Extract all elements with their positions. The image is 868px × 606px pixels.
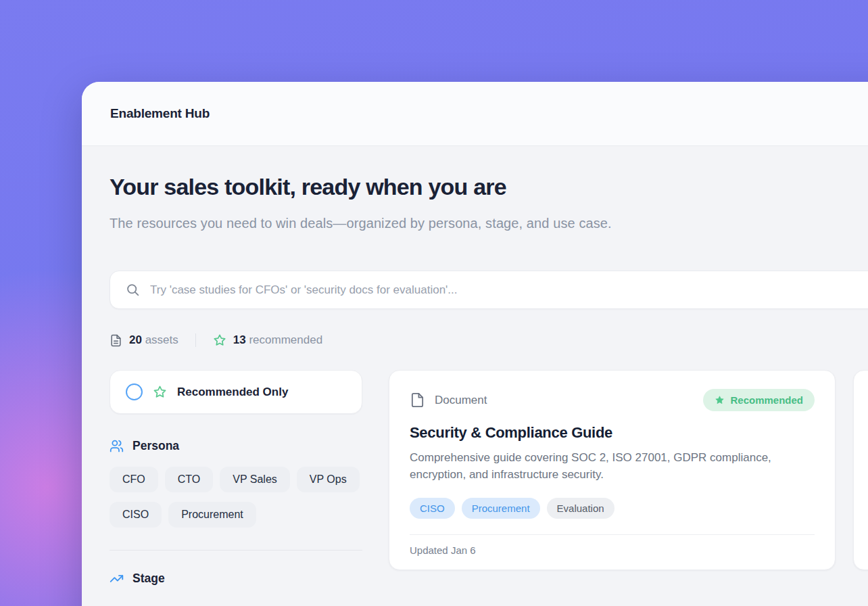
search-bar[interactable] — [110, 271, 868, 309]
card-type: Document — [410, 392, 487, 408]
star-outline-icon — [153, 385, 167, 399]
persona-section-label: Persona — [132, 439, 179, 453]
asset-card-partial[interactable] — [853, 370, 868, 570]
stage-section-header: Stage — [110, 572, 362, 586]
tag-procurement[interactable]: Procurement — [462, 498, 540, 519]
page-title: Your sales toolkit, ready when you are — [110, 174, 868, 200]
stage-section-label: Stage — [132, 572, 165, 586]
recommended-only-label: Recommended Only — [177, 386, 288, 399]
asset-card-security-compliance-guide[interactable]: Document Recommended Security & Complian… — [389, 370, 836, 570]
content-row: Recommended Only Persona CFO CTO VP Sale… — [110, 370, 868, 586]
radio-circle-icon[interactable] — [126, 383, 143, 400]
recommended-badge: Recommended — [703, 389, 815, 411]
persona-chip-vp-ops[interactable]: VP Ops — [297, 467, 360, 492]
sidebar-divider — [110, 550, 362, 551]
panel-header: Enablement Hub — [82, 82, 868, 146]
recommended-label: recommended — [249, 333, 322, 346]
assets-count: 20 — [129, 333, 142, 346]
tag-ciso[interactable]: CISO — [410, 498, 455, 519]
recommended-stat: 13 recommended — [213, 333, 322, 347]
card-title: Security & Compliance Guide — [410, 424, 815, 442]
file-icon — [410, 392, 425, 408]
tag-evaluation[interactable]: Evaluation — [547, 498, 614, 519]
trending-up-icon — [110, 572, 124, 586]
card-updated: Updated Jan 6 — [410, 535, 815, 565]
card-type-label: Document — [435, 394, 487, 407]
filters-sidebar: Recommended Only Persona CFO CTO VP Sale… — [110, 370, 362, 586]
recommended-badge-label: Recommended — [730, 394, 803, 406]
users-icon — [110, 439, 124, 453]
assets-label: assets — [145, 333, 178, 346]
app-title: Enablement Hub — [110, 106, 210, 121]
persona-chip-ciso[interactable]: CISO — [110, 502, 162, 528]
stats-row: 20 assets 13 recommended — [110, 333, 868, 347]
enablement-hub-panel: Enablement Hub Your sales toolkit, ready… — [82, 82, 868, 606]
search-input[interactable] — [150, 271, 868, 308]
recommended-count: 13 — [233, 333, 246, 346]
stats-divider — [195, 333, 196, 347]
card-header: Document Recommended — [410, 389, 815, 411]
card-tags: CISO Procurement Evaluation — [410, 498, 815, 519]
file-text-icon — [110, 334, 122, 347]
persona-chip-vp-sales[interactable]: VP Sales — [220, 467, 290, 492]
persona-chip-procurement[interactable]: Procurement — [168, 502, 256, 528]
asset-cards: Document Recommended Security & Complian… — [389, 370, 868, 570]
star-filled-icon — [715, 395, 725, 405]
recommended-only-toggle[interactable]: Recommended Only — [110, 370, 362, 414]
search-icon — [126, 283, 140, 297]
card-description: Comprehensive guide covering SOC 2, ISO … — [410, 450, 805, 484]
persona-section-header: Persona — [110, 439, 362, 453]
page-subtitle: The resources you need to win deals—orga… — [110, 210, 658, 237]
persona-chip-cfo[interactable]: CFO — [110, 467, 158, 492]
assets-stat: 20 assets — [110, 333, 178, 347]
star-outline-icon — [213, 333, 226, 347]
panel-body: Your sales toolkit, ready when you are T… — [82, 146, 868, 586]
persona-chips: CFO CTO VP Sales VP Ops CISO Procurement — [110, 467, 362, 528]
persona-chip-cto[interactable]: CTO — [165, 467, 213, 492]
